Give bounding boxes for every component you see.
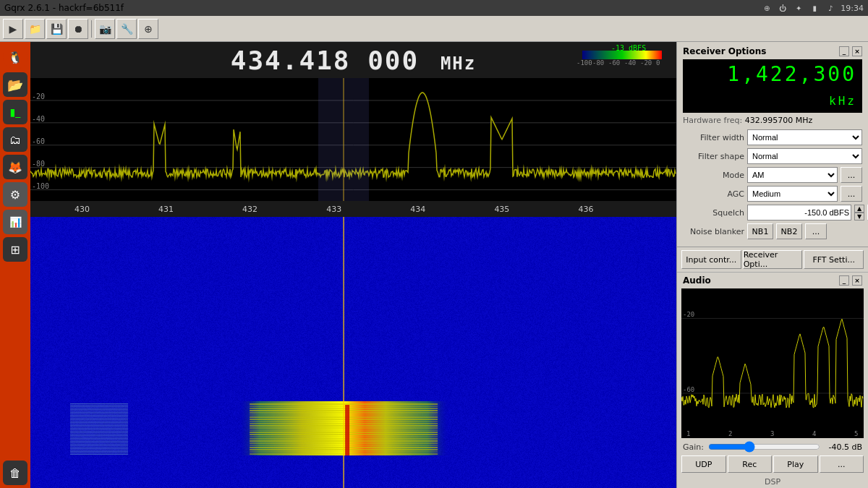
play-button[interactable]: Play — [773, 455, 818, 473]
frequency-axis: 430 431 432 433 434 435 436 — [30, 201, 676, 217]
filter-shape-row: Filter shape Normal Sharp Soft — [683, 148, 862, 164]
sidebar-item-settings[interactable]: ⚙ — [3, 182, 27, 207]
power-icon: ⏻ — [777, 2, 788, 14]
dsp-label: DSP — [677, 476, 868, 488]
window-title: Gqrx 2.6.1 - hackrf=6b511f — [4, 3, 124, 13]
receiver-options-panel: Receiver Options _ × 1,422,300 kHz Hardw… — [677, 42, 868, 247]
nb1-button[interactable]: NB1 — [747, 223, 773, 239]
waterfall-canvas — [30, 217, 676, 488]
freq-label-434: 434 — [410, 205, 425, 214]
toolbar: ▶ 📁 💾 ⏺ 📷 🔧 ⊕ — [0, 16, 868, 42]
filter-width-row: Filter width Normal Narrow Wide — [683, 129, 862, 145]
battery-icon: ▮ — [809, 2, 820, 14]
mode-row: Mode AM FM NFM USB LSB ... — [683, 167, 862, 183]
record-button[interactable]: ⏺ — [68, 19, 88, 39]
hardware-frequency: Hardware freq: 432.995700 MHz — [683, 116, 862, 125]
sidebar: 🐧 📂 ▮_ 🗂 🦊 ⚙ 📊 ⊞ 🗑 — [0, 42, 30, 488]
rec-button[interactable]: Rec — [728, 455, 773, 473]
audio-title: Audio _ × — [677, 272, 868, 288]
spectrum-display[interactable] — [30, 78, 676, 201]
spectrum-canvas — [30, 78, 676, 201]
ro-minimize-btn[interactable]: _ — [839, 46, 849, 56]
squelch-row: Squelch ▲ ▼ A — [683, 205, 862, 221]
gain-value: -40.5 dB — [825, 442, 862, 452]
frequency-readout[interactable]: 1,422,300 kHz — [683, 59, 862, 113]
squelch-up-btn[interactable]: ▲ — [854, 205, 864, 213]
noise-blanker-row: Noise blanker NB1 NB2 ... — [683, 223, 862, 239]
signal-scale — [575, 45, 669, 71]
gain-slider[interactable] — [708, 441, 820, 453]
sidebar-item-trash[interactable]: 🗑 — [3, 461, 27, 485]
clock: 19:34 — [841, 4, 864, 13]
audio-close-btn[interactable]: × — [852, 275, 862, 286]
center-frequency: 434.418 000 MHz — [231, 46, 476, 75]
squelch-spinner: ▲ ▼ — [854, 205, 864, 221]
sidebar-item-folder[interactable]: 🗂 — [3, 127, 27, 152]
nb-options-btn[interactable]: ... — [805, 223, 827, 239]
audio-buttons: UDP Rec Play ... — [677, 455, 868, 476]
mode-options-btn[interactable]: ... — [841, 167, 862, 183]
receiver-options-title: Receiver Options _ × — [683, 46, 862, 56]
agc-options-btn[interactable]: ... — [841, 186, 862, 202]
main-layout: 🐧 📂 ▮_ 🗂 🦊 ⚙ 📊 ⊞ 🗑 434.418 000 MHz 430 — [0, 42, 868, 488]
scale-canvas — [575, 45, 669, 71]
screenshot-button[interactable]: 📷 — [95, 19, 115, 39]
system-tray: ⊕ ⏻ ✦ ▮ ♪ 19:34 — [761, 2, 864, 14]
freq-label-436: 436 — [578, 205, 593, 214]
bluetooth-icon: ✦ — [793, 2, 804, 14]
open-button[interactable]: 📁 — [25, 19, 45, 39]
gain-label: Gain: — [683, 442, 704, 452]
target-button[interactable]: ⊕ — [138, 19, 158, 39]
filter-width-select[interactable]: Normal Narrow Wide — [747, 129, 862, 145]
audio-options-btn[interactable]: ... — [820, 455, 864, 473]
freq-label-432: 432 — [242, 205, 258, 214]
squelch-down-btn[interactable]: ▼ — [854, 213, 864, 221]
freq-label-430: 430 — [75, 205, 90, 214]
tab-input-ctrl[interactable]: Input contr... — [681, 250, 741, 269]
sidebar-item-files[interactable]: 📂 — [3, 72, 27, 97]
save-button[interactable]: 💾 — [46, 19, 67, 39]
nb2-button[interactable]: NB2 — [776, 223, 802, 239]
frequency-display: 434.418 000 MHz — [30, 42, 676, 78]
agc-row: AGC Medium Fast Slow Off ... — [683, 186, 862, 202]
ro-close-btn[interactable]: × — [852, 46, 862, 56]
sidebar-item-terminal[interactable]: ▮_ — [3, 100, 27, 124]
tab-receiver-opti[interactable]: Receiver Opti... — [743, 250, 803, 269]
agc-select[interactable]: Medium Fast Slow Off — [747, 186, 838, 202]
right-panel: Receiver Options _ × 1,422,300 kHz Hardw… — [676, 42, 868, 488]
toolbar-separator — [91, 20, 92, 38]
sdr-area: 434.418 000 MHz 430 431 432 433 434 435 … — [30, 42, 676, 488]
tab-fft-setti[interactable]: FFT Setti... — [804, 250, 864, 269]
audio-panel: Audio _ × Gain: -40.5 dB UDP Rec Play ..… — [677, 272, 868, 488]
audio-spectrum — [681, 288, 864, 438]
freq-label-433: 433 — [326, 205, 341, 214]
mode-select[interactable]: AM FM NFM USB LSB — [747, 167, 838, 183]
audio-spectrum-canvas — [681, 288, 864, 438]
audio-minimize-btn[interactable]: _ — [839, 275, 849, 286]
waterfall-display[interactable] — [30, 217, 676, 488]
freq-label-431: 431 — [158, 205, 174, 214]
squelch-input[interactable] — [747, 205, 851, 221]
titlebar: Gqrx 2.6.1 - hackrf=6b511f ⊕ ⏻ ✦ ▮ ♪ 19:… — [0, 0, 868, 16]
sidebar-item-monitor[interactable]: 📊 — [3, 210, 27, 234]
sidebar-item-apps[interactable]: ⊞ — [3, 237, 27, 262]
sidebar-item-ubuntu[interactable]: 🐧 — [3, 45, 27, 69]
config-button[interactable]: 🔧 — [116, 19, 137, 39]
sidebar-item-browser[interactable]: 🦊 — [3, 155, 27, 179]
filter-shape-select[interactable]: Normal Sharp Soft — [747, 148, 862, 164]
udp-button[interactable]: UDP — [681, 455, 726, 473]
tab-buttons: Input contr... Receiver Opti... FFT Sett… — [677, 247, 868, 272]
freq-label-435: 435 — [494, 205, 509, 214]
power-button[interactable]: ▶ — [3, 19, 23, 39]
wifi-icon: ⊕ — [761, 2, 773, 14]
volume-icon: ♪ — [825, 2, 836, 14]
gain-row: Gain: -40.5 dB — [677, 438, 868, 455]
